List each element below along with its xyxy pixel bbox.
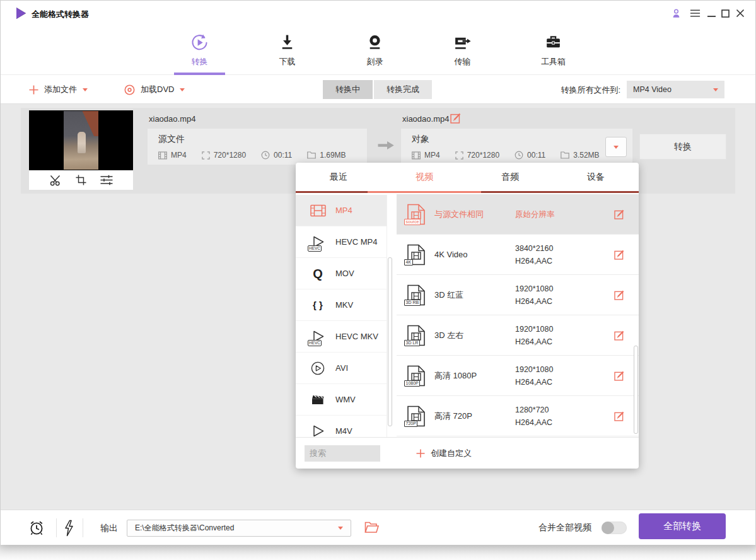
preset-list-scrollbar[interactable]	[634, 346, 638, 434]
preset-hd-720p[interactable]: 720P 高清 720P 1280*720 H264,AAC	[397, 396, 639, 436]
popup-tab-video[interactable]: 视频	[381, 163, 467, 191]
preset-edit-button[interactable]	[614, 289, 625, 300]
format-item-wmv[interactable]: WMV	[296, 384, 387, 416]
format-label: MOV	[335, 269, 354, 278]
search-input[interactable]	[305, 445, 380, 462]
sliders-icon	[100, 175, 113, 185]
format-label: MP4	[335, 206, 352, 215]
popup-tab-recent[interactable]: 最近	[296, 163, 381, 191]
preset-name: 高清 720P	[434, 411, 515, 422]
preset-resolution: 原始分辨率	[515, 208, 584, 221]
toggle-knob	[602, 522, 614, 534]
convert-all-button[interactable]: 全部转换	[639, 513, 726, 539]
resolution-icon	[202, 151, 210, 160]
preset-edit-button[interactable]	[614, 209, 625, 219]
convert-button[interactable]: 转换	[639, 134, 726, 160]
format-item-hevc-mkv[interactable]: HEVC HEVC MKV	[296, 321, 387, 353]
nav-label-download: 下载	[279, 56, 296, 67]
source-duration: 00:11	[261, 151, 292, 160]
target-size: 3.52MB	[561, 151, 599, 160]
popup-tab-device[interactable]: 设备	[553, 163, 639, 191]
preset-edit-button[interactable]	[614, 370, 625, 381]
format-list-scrollbar[interactable]	[388, 257, 392, 426]
convert-direction-arrow-icon	[378, 141, 395, 150]
rename-button[interactable]	[450, 112, 462, 124]
window-shadow	[0, 545, 756, 560]
format-item-mov[interactable]: Q MOV	[296, 258, 387, 289]
preset-edit-button[interactable]	[614, 249, 625, 260]
nav-tab-convert[interactable]: 转换	[174, 26, 225, 74]
play-outline-icon	[310, 424, 326, 438]
nav-label-burn: 刻录	[367, 56, 383, 67]
source-size-value: 1.69MB	[320, 151, 346, 160]
tab-converting[interactable]: 转换中	[323, 80, 373, 99]
preset-edit-button[interactable]	[614, 330, 625, 341]
open-folder-button[interactable]	[364, 522, 379, 534]
format-item-mkv[interactable]: { } MKV	[296, 289, 387, 321]
preset-hd-1080p[interactable]: 1080P 高清 1080P 1920*1080 H264,AAC	[397, 356, 639, 396]
lightning-icon	[64, 520, 74, 537]
source-title: 源文件	[158, 134, 367, 145]
target-resolution: 720*1280	[455, 151, 499, 160]
popup-tabs: 最近 视频 音频 设备	[296, 163, 639, 193]
nav-tab-transfer[interactable]: 传输	[437, 26, 488, 74]
nav-tab-download[interactable]: 下载	[262, 26, 313, 74]
create-custom-button[interactable]: 创建自定义	[416, 448, 472, 459]
popup-tab-recent-label: 最近	[330, 172, 347, 183]
effects-button[interactable]	[100, 175, 113, 185]
nav-tab-burn[interactable]: 刻录	[349, 26, 400, 74]
crop-icon	[76, 175, 86, 185]
format-item-mp4[interactable]: MP4	[296, 195, 387, 226]
account-button[interactable]	[670, 7, 682, 20]
high-speed-button[interactable]	[64, 520, 74, 537]
merge-videos-control: 合并全部视频	[538, 522, 627, 534]
target-format: MP4	[412, 151, 440, 160]
output-path-select[interactable]: E:\全能格式转换器\Converted	[127, 520, 351, 537]
target-format-select[interactable]: MP4 Video	[627, 81, 724, 98]
main-nav: 转换 下载 刻录 传输	[1, 26, 755, 75]
video-thumbnail[interactable]	[29, 110, 133, 170]
add-files-label: 添加文件	[44, 84, 77, 95]
edit-icon	[614, 370, 625, 381]
preset-same-as-source[interactable]: source 与源文件相同 原始分辨率	[397, 194, 639, 235]
preset-3d-red-blue[interactable]: 3D RB 3D 红蓝 1920*1080 H264,AAC	[397, 275, 639, 315]
crop-button[interactable]	[76, 175, 86, 185]
menu-button[interactable]	[689, 7, 701, 20]
add-files-button[interactable]: 添加文件	[29, 75, 88, 104]
maximize-button[interactable]	[719, 7, 731, 20]
nav-label-toolbox: 工具箱	[541, 56, 566, 67]
target-format-caret-icon	[713, 88, 718, 91]
preset-edit-button[interactable]	[614, 411, 625, 421]
preset-doc-icon: 3D RB	[407, 284, 426, 306]
folder-icon	[307, 151, 316, 159]
hevc-badge-label: HEVC	[308, 245, 322, 252]
merge-videos-toggle[interactable]	[602, 522, 627, 534]
preset-3d-left-right[interactable]: 3D LR 3D 左右 1920*1080 H264,AAC	[397, 315, 639, 356]
create-custom-label: 创建自定义	[431, 448, 472, 459]
load-dvd-button[interactable]: 加载DVD	[124, 75, 185, 104]
format-label: AVI	[335, 363, 348, 373]
preset-resolution: 1920*1080	[515, 363, 584, 376]
schedule-button[interactable]	[28, 520, 45, 537]
tab-finished[interactable]: 转换完成	[374, 80, 432, 99]
app-logo-icon	[16, 8, 26, 19]
format-item-avi[interactable]: AVI	[296, 353, 387, 384]
filmstrip-icon	[310, 203, 326, 218]
cut-button[interactable]	[50, 175, 62, 186]
nav-tab-toolbox[interactable]: 工具箱	[525, 26, 582, 74]
toolbox-icon	[544, 33, 562, 52]
edit-icon	[450, 112, 462, 124]
load-dvd-caret-icon	[180, 88, 185, 91]
preset-name: 与源文件相同	[434, 209, 515, 220]
target-format-dropdown-button[interactable]	[605, 137, 627, 157]
format-item-hevc-mp4[interactable]: HEVC HEVC MP4	[296, 226, 387, 258]
preset-name: 3D 左右	[434, 330, 515, 341]
format-item-m4v[interactable]: M4V	[296, 416, 387, 437]
convert-icon	[190, 33, 209, 52]
popup-tab-device-label: 设备	[587, 172, 605, 183]
minimize-button[interactable]	[705, 7, 718, 20]
close-button[interactable]	[734, 7, 747, 20]
titlebar: 全能格式转换器	[1, 1, 755, 26]
popup-tab-audio[interactable]: 音频	[467, 163, 553, 191]
preset-4k-video[interactable]: 4K 4K Video 3840*2160 H264,AAC	[397, 235, 639, 275]
